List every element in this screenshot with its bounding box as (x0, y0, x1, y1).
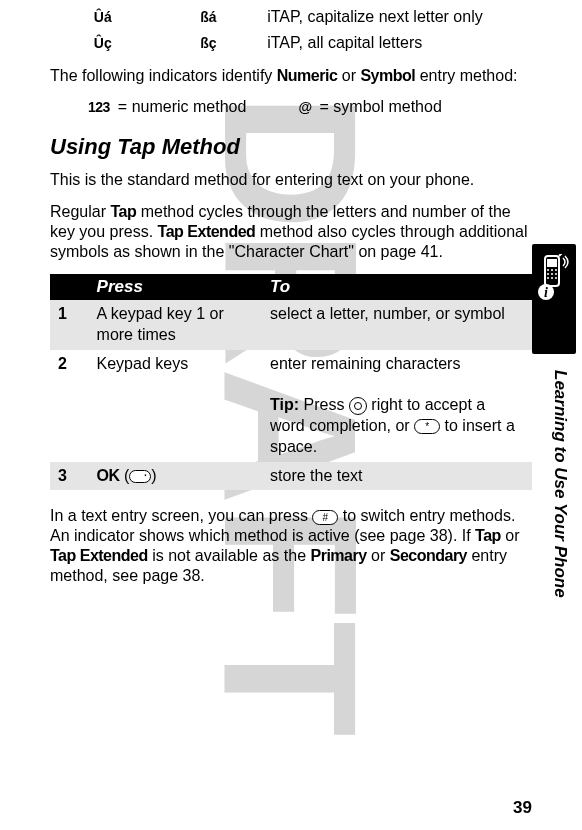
star-key-icon: * (414, 419, 440, 434)
p4: In a text entry screen, you can press # … (50, 506, 530, 586)
numeric-label: Numeric (277, 67, 338, 84)
hash-key-icon: # (312, 510, 338, 525)
text: The following indicators identify (50, 67, 277, 84)
text: Press (299, 396, 349, 413)
table-header-row: Press To (50, 274, 532, 300)
text: or (337, 67, 360, 84)
table-row: Ûç ßç iTAP, all capital letters (50, 30, 530, 56)
svg-point-6 (547, 273, 549, 275)
svg-point-7 (551, 273, 553, 275)
svg-text:i: i (544, 285, 548, 300)
section-heading: Using Tap Method (50, 134, 532, 160)
svg-point-9 (547, 277, 549, 279)
row-press: OK () (89, 462, 263, 491)
table-row: Ûá ßá iTAP, capitalize next letter only (50, 4, 530, 30)
itap-all-caps-primary-icon: Ûç (94, 35, 112, 51)
itap-cap-next-desc: iTAP, capitalize next letter only (267, 8, 483, 25)
row-num: 2 (50, 350, 89, 462)
itap-all-caps-desc: iTAP, all capital letters (267, 34, 422, 51)
text: or (367, 547, 390, 564)
tap-label: Tap (110, 203, 136, 220)
svg-point-4 (551, 269, 553, 271)
text: Regular (50, 203, 110, 220)
tap-label: Tap (475, 527, 501, 544)
symbol-method-text: = symbol method (320, 98, 442, 116)
tip-label: Tip: (270, 396, 299, 413)
itap-cap-next-secondary-icon: ßá (200, 9, 216, 25)
row-num: 3 (50, 462, 89, 491)
tap-extended-label: Tap Extended (50, 547, 148, 564)
header-to: To (262, 274, 532, 300)
table-row: 1 A keypad key 1 or more times select a … (50, 300, 532, 350)
primary-label: Primary (310, 547, 366, 564)
tap-extended-label: Tap Extended (158, 223, 256, 240)
secondary-label: Secondary (390, 547, 467, 564)
row-to: store the text (262, 462, 532, 491)
svg-point-5 (555, 269, 557, 271)
table-row: 2 Keypad keys enter remaining characters… (50, 350, 532, 462)
intro-paragraph: The following indicators identify Numeri… (50, 66, 530, 86)
right-softkey-icon (129, 470, 151, 483)
p3: Regular Tap method cycles through the le… (50, 202, 530, 262)
symbol-method-icon: @ (298, 99, 311, 115)
svg-rect-1 (547, 259, 557, 267)
text: entry method: (415, 67, 517, 84)
svg-point-8 (555, 273, 557, 275)
row-to: select a letter, number, or symbol (262, 300, 532, 350)
text: In a text entry screen, you can press (50, 507, 312, 524)
phone-info-icon: i (532, 244, 576, 354)
header-press: Press (89, 274, 263, 300)
row-num: 1 (50, 300, 89, 350)
page-number: 39 (513, 798, 532, 818)
top-icon-table: Ûá ßá iTAP, capitalize next letter only … (50, 4, 530, 56)
page-container: DRAFT Ûá ßá iTAP, capitalize next letter… (0, 0, 582, 830)
content-area: Ûá ßá iTAP, capitalize next letter only … (50, 4, 532, 586)
section-running-title: Learning to Use Your Phone (550, 370, 570, 598)
itap-all-caps-secondary-icon: ßç (200, 35, 216, 51)
symbol-label: Symbol (360, 67, 415, 84)
ok-label: OK (97, 467, 120, 484)
table-row: 3 OK () store the text (50, 462, 532, 491)
numeric-method-icon: 123 (88, 99, 110, 115)
text: is not available as the (148, 547, 311, 564)
numeric-method-text: = numeric method (118, 98, 247, 116)
phone-icon: i (537, 254, 571, 304)
text: or (501, 527, 520, 544)
svg-line-2 (559, 254, 563, 256)
svg-point-10 (551, 277, 553, 279)
svg-point-3 (547, 269, 549, 271)
svg-point-11 (555, 277, 557, 279)
row-press: A keypad key 1 or more times (89, 300, 263, 350)
row-press: Keypad keys (89, 350, 263, 462)
nav-key-icon (349, 397, 367, 415)
to-text: enter remaining characters (270, 355, 460, 372)
p2: This is the standard method for entering… (50, 170, 530, 190)
indicator-row: 123 = numeric method @ = symbol method (50, 98, 530, 116)
instructions-table: Press To 1 A keypad key 1 or more times … (50, 274, 532, 490)
header-blank (50, 274, 89, 300)
itap-cap-next-primary-icon: Ûá (94, 9, 112, 25)
row-to: enter remaining characters Tip: Press ri… (262, 350, 532, 462)
